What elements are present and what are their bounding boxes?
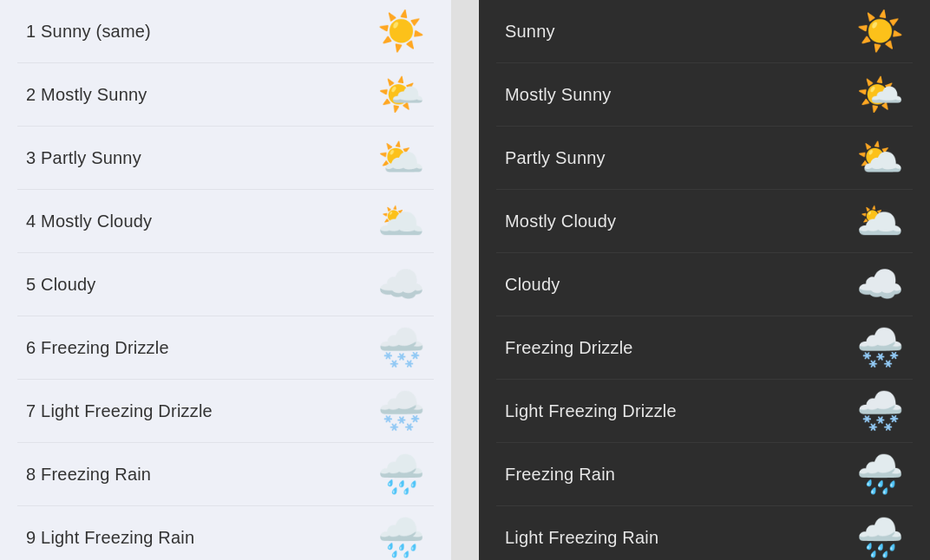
weather-label: Sunny xyxy=(505,22,555,42)
list-item: Freezing Rain🌧️ xyxy=(496,443,913,506)
light-panel: 1 Sunny (same)☀️2 Mostly Sunny🌤️3 Partly… xyxy=(0,0,451,560)
weather-label: 6 Freezing Drizzle xyxy=(26,338,169,358)
panel-spacer xyxy=(451,0,479,560)
list-item: 7 Light Freezing Drizzle🌨️ xyxy=(17,380,434,443)
weather-label: 5 Cloudy xyxy=(26,275,96,295)
weather-label: 4 Mostly Cloudy xyxy=(26,212,152,231)
weather-label: Mostly Cloudy xyxy=(505,212,616,231)
weather-icon: ☀️ xyxy=(377,12,425,50)
list-item: Mostly Sunny🌤️ xyxy=(496,63,913,127)
list-item: Light Freezing Rain🌧️ xyxy=(496,506,913,560)
weather-label: Cloudy xyxy=(505,275,560,295)
dark-panel: Sunny☀️Mostly Sunny🌤️Partly Sunny⛅Mostly… xyxy=(479,0,930,560)
weather-icon: 🌤️ xyxy=(377,75,425,114)
weather-icon: 🌨️ xyxy=(856,329,904,367)
weather-icon: ☁️ xyxy=(377,265,425,303)
weather-label: 7 Light Freezing Drizzle xyxy=(26,401,213,421)
list-item: Cloudy☁️ xyxy=(496,253,913,316)
weather-icon: 🌨️ xyxy=(856,392,904,430)
weather-icon: 🌤️ xyxy=(856,75,904,114)
list-item: 6 Freezing Drizzle🌨️ xyxy=(17,316,434,380)
weather-icon: 🌧️ xyxy=(856,518,904,557)
list-item: 3 Partly Sunny⛅ xyxy=(17,127,434,190)
list-item: 5 Cloudy☁️ xyxy=(17,253,434,316)
list-item: Light Freezing Drizzle🌨️ xyxy=(496,380,913,443)
list-item: 8 Freezing Rain🌧️ xyxy=(17,443,434,506)
weather-label: Light Freezing Drizzle xyxy=(505,401,677,421)
weather-label: Mostly Sunny xyxy=(505,85,611,105)
list-item: 1 Sunny (same)☀️ xyxy=(17,0,434,63)
weather-label: Freezing Drizzle xyxy=(505,338,633,358)
weather-label: 1 Sunny (same) xyxy=(26,22,151,42)
weather-label: 9 Light Freezing Rain xyxy=(26,528,194,548)
weather-label: 8 Freezing Rain xyxy=(26,465,151,485)
weather-icon: 🌨️ xyxy=(377,329,425,367)
weather-icon: ☀️ xyxy=(856,12,904,50)
weather-label: Freezing Rain xyxy=(505,465,615,485)
list-item: Sunny☀️ xyxy=(496,0,913,63)
weather-label: 2 Mostly Sunny xyxy=(26,85,147,105)
list-item: Partly Sunny⛅ xyxy=(496,127,913,190)
weather-icon: 🌥️ xyxy=(856,202,904,240)
weather-icon: 🌧️ xyxy=(377,518,425,557)
list-item: 9 Light Freezing Rain🌧️ xyxy=(17,506,434,560)
weather-icon: 🌥️ xyxy=(377,202,425,240)
weather-icon: 🌧️ xyxy=(856,455,904,493)
weather-icon: ⛅ xyxy=(377,139,425,177)
weather-label: 3 Partly Sunny xyxy=(26,148,141,168)
weather-label: Light Freezing Rain xyxy=(505,528,658,548)
list-item: 2 Mostly Sunny🌤️ xyxy=(17,63,434,127)
list-item: Mostly Cloudy🌥️ xyxy=(496,190,913,253)
weather-icon: 🌨️ xyxy=(377,392,425,430)
weather-icon: ☁️ xyxy=(856,265,904,303)
weather-icon: ⛅ xyxy=(856,139,904,177)
weather-icon: 🌧️ xyxy=(377,455,425,493)
weather-label: Partly Sunny xyxy=(505,148,606,168)
list-item: Freezing Drizzle🌨️ xyxy=(496,316,913,380)
list-item: 4 Mostly Cloudy🌥️ xyxy=(17,190,434,253)
